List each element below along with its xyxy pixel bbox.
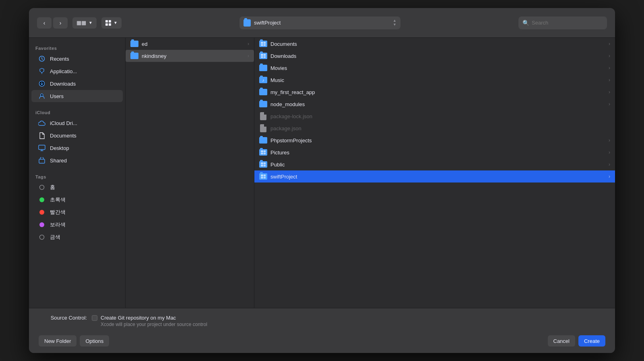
list-item[interactable]: Downloads ›: [254, 50, 615, 62]
sidebar-item-tag-red[interactable]: 빨간색: [31, 206, 123, 218]
location-bar[interactable]: swiftProject ▲ ▼: [239, 16, 400, 29]
sidebar-item-tag-green[interactable]: 초록색: [31, 194, 123, 206]
tag-more-icon: [38, 233, 46, 241]
sidebar-icloud-label: iCloud Dri...: [50, 120, 77, 126]
icloud-icon: [38, 119, 46, 127]
list-item[interactable]: ♪ Music ›: [254, 74, 615, 86]
file-name-phpstorm: PhpstormProjects: [270, 137, 605, 144]
tag-more-label: 금색: [50, 234, 60, 241]
sidebar-item-tag-purple[interactable]: 보라색: [31, 219, 123, 231]
column-view-button[interactable]: ▦▦ ▼: [72, 17, 97, 29]
list-item[interactable]: swiftProject ›: [254, 170, 615, 183]
grid-view-button[interactable]: ▼: [101, 17, 122, 29]
list-item[interactable]: nkindisney ›: [126, 50, 254, 62]
sidebar-item-documents[interactable]: Documents: [31, 129, 123, 142]
button-row: New Folder Options Cancel Create: [39, 335, 605, 347]
folder-react-icon: [259, 88, 267, 96]
content-area: ed › nkindisney ›: [126, 38, 615, 308]
chevron-icon: ›: [248, 41, 249, 47]
folder-phpstorm-icon: [259, 136, 267, 144]
chevron-icon: ›: [609, 150, 610, 155]
folder-music-icon: ♪: [259, 76, 267, 84]
sidebar-downloads-label: Downloads: [50, 81, 76, 87]
sidebar-item-tag-gold[interactable]: 금색: [31, 231, 123, 243]
options-button[interactable]: Options: [80, 335, 109, 347]
list-item[interactable]: Public ›: [254, 158, 615, 170]
file-name-package-json: package.json: [270, 125, 610, 131]
search-icon: 🔍: [522, 20, 529, 26]
tag-home-icon: [38, 183, 46, 191]
apps-icon: [38, 67, 46, 75]
file-name-node: node_modules: [270, 101, 605, 107]
list-item[interactable]: ed ›: [126, 38, 254, 50]
chevron-icon: ›: [609, 77, 610, 83]
location-stepper[interactable]: ▲ ▼: [393, 19, 396, 27]
list-item[interactable]: node_modules ›: [254, 98, 615, 110]
clock-icon: [38, 55, 46, 63]
list-item[interactable]: Movies ›: [254, 62, 615, 74]
search-bar[interactable]: 🔍: [518, 16, 607, 29]
sidebar-item-recents[interactable]: Recents: [31, 53, 123, 65]
list-item[interactable]: my_first_react_app ›: [254, 86, 615, 98]
sidebar-item-tag-home[interactable]: 홈: [31, 181, 123, 193]
documents-icon: [38, 131, 46, 139]
file-name-public: Public: [270, 162, 605, 168]
sidebar-item-users[interactable]: Users: [31, 90, 123, 102]
right-buttons: Cancel Create: [548, 335, 606, 347]
column-2: Documents › Downloads ›: [254, 38, 615, 308]
folder-icon-partial: [130, 40, 138, 48]
sidebar-item-desktop[interactable]: Desktop: [31, 142, 123, 154]
save-dialog: ‹ › ▦▦ ▼ ▼ swiftProject ▲ ▼: [29, 8, 615, 353]
folder-swift-icon: [259, 172, 267, 180]
create-button[interactable]: Create: [578, 335, 605, 347]
location-folder-icon: [244, 19, 251, 27]
folder-public-icon: [259, 160, 267, 168]
git-repo-checkbox-label: Create Git repository on my Mac: [101, 315, 207, 321]
source-control-options: Create Git repository on my Mac Xcode wi…: [92, 315, 207, 327]
left-buttons: New Folder Options: [39, 335, 109, 347]
list-item[interactable]: package.json: [254, 122, 615, 134]
chevron-icon: ›: [609, 101, 610, 107]
back-button[interactable]: ‹: [37, 17, 52, 29]
new-folder-button[interactable]: New Folder: [39, 335, 76, 347]
column-view-label: ▼: [89, 21, 93, 25]
git-repo-checkbox[interactable]: [92, 315, 97, 321]
list-item[interactable]: PhpstormProjects ›: [254, 134, 615, 146]
sidebar-item-icloud-drive[interactable]: iCloud Dri...: [31, 117, 123, 129]
list-item[interactable]: package-lock.json: [254, 110, 615, 122]
sidebar-desktop-label: Desktop: [50, 145, 69, 151]
sidebar-users-label: Users: [50, 93, 64, 99]
chevron-icon: ›: [248, 53, 249, 59]
nav-buttons: ‹ ›: [37, 17, 68, 29]
list-item[interactable]: Documents ›: [254, 38, 615, 50]
chevron-icon: ›: [609, 162, 610, 167]
file-name-shared-partial: ed: [142, 41, 244, 47]
file-name-pictures: Pictures: [270, 150, 605, 156]
sidebar-item-shared[interactable]: Shared: [31, 154, 123, 166]
svg-rect-3: [39, 145, 45, 150]
sidebar-documents-label: Documents: [50, 133, 76, 139]
tag-home-label: 홈: [50, 184, 55, 191]
sidebar-item-downloads[interactable]: Downloads: [31, 78, 123, 90]
folder-movies-icon: [259, 64, 267, 72]
file-name-documents: Documents: [270, 41, 605, 47]
sidebar-applications-label: Applicatio...: [50, 68, 77, 74]
list-item[interactable]: Pictures ›: [254, 146, 615, 158]
desktop-icon: [38, 144, 46, 152]
toolbar: ‹ › ▦▦ ▼ ▼ swiftProject ▲ ▼: [29, 8, 615, 38]
tag-red-label: 빨간색: [50, 209, 66, 216]
location-text: swiftProject: [254, 20, 390, 26]
folder-node-icon: [259, 100, 267, 108]
git-repo-checkbox-sublabel: Xcode will place your project under sour…: [101, 322, 207, 327]
chevron-icon: ›: [609, 65, 610, 71]
forward-button[interactable]: ›: [53, 17, 68, 29]
search-input[interactable]: [532, 20, 603, 26]
cancel-button[interactable]: Cancel: [548, 335, 575, 347]
sidebar-item-applications[interactable]: Applicatio...: [31, 65, 123, 77]
folder-downloads-icon: [259, 52, 267, 60]
grid-dropdown-arrow: ▼: [114, 21, 118, 25]
chevron-icon: ›: [609, 137, 610, 143]
bottom-area: Source Control: Create Git repository on…: [29, 308, 615, 353]
users-icon: [38, 92, 46, 100]
tag-purple-label: 보라색: [50, 221, 66, 228]
